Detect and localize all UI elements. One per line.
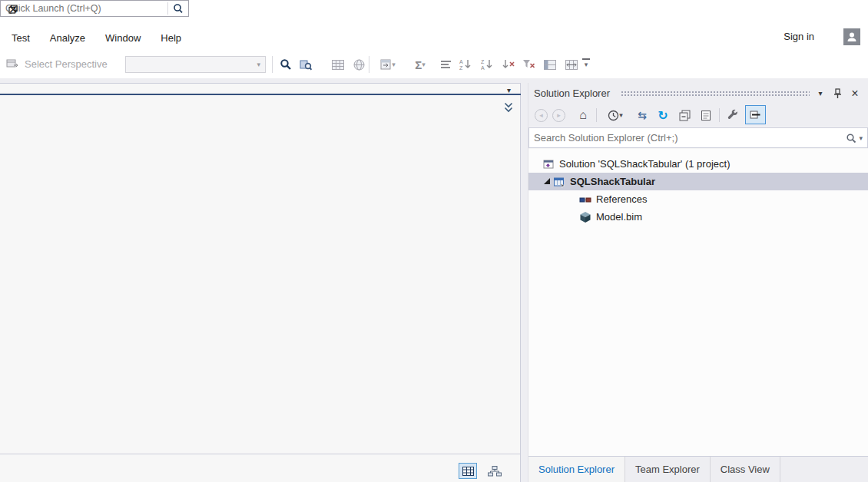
solution-explorer-panel: Solution Explorer ▾ × ◂ ▸ ⌂ [528, 83, 868, 482]
manage-data-button[interactable] [297, 56, 315, 73]
clear-sort-icon [502, 59, 515, 70]
menu-item-test[interactable]: Test [2, 27, 40, 49]
grid-button[interactable] [329, 56, 347, 73]
diagram-view-button[interactable] [484, 463, 505, 479]
tree-row-project[interactable]: SQLShackTabular [528, 173, 868, 190]
model-icon [579, 211, 591, 223]
perspective-icon [6, 59, 18, 70]
show-all-files-icon [701, 110, 711, 121]
chevron-down-icon: ▾ [257, 61, 260, 68]
title-bar: 2 ─ × [0, 0, 868, 25]
pivot-icon [380, 59, 392, 70]
solution-icon [542, 158, 555, 170]
vs-main-window: 2 ─ × Test [0, 0, 868, 482]
search-icon [846, 133, 856, 144]
clear-filters-button[interactable] [519, 56, 538, 73]
tab-solution-explorer[interactable]: Solution Explorer [528, 457, 625, 482]
globe-icon [353, 59, 365, 71]
show-hidden-button[interactable] [350, 56, 368, 73]
tree-item-label: References [596, 193, 647, 205]
select-perspective-label: Select Perspective [25, 58, 108, 70]
menu-item-window[interactable]: Window [95, 27, 151, 49]
svg-text:Z: Z [481, 59, 485, 64]
chevron-down-icon: ▾ [392, 61, 396, 68]
tree-row-model-bim[interactable]: Model.bim [528, 208, 868, 226]
tab-team-explorer[interactable]: Team Explorer [625, 457, 711, 482]
quick-launch-separator [167, 2, 168, 15]
wrench-icon [727, 109, 739, 121]
user-profile-button[interactable] [843, 28, 860, 45]
table-grid-icon [332, 60, 344, 70]
chevron-down-icon: ▾ [422, 61, 426, 68]
main-toolbar: Select Perspective ▾ [0, 51, 868, 78]
quick-launch-box[interactable] [0, 0, 189, 17]
clear-sort-button[interactable] [499, 56, 518, 73]
tree-item-label: Model.bim [596, 211, 642, 223]
project-icon [553, 176, 565, 188]
home-button[interactable]: ⌂ [575, 107, 591, 124]
show-all-files-button[interactable] [697, 107, 714, 124]
scope-history-button[interactable]: ▾ [602, 107, 628, 124]
menu-item-help[interactable]: Help [151, 27, 191, 49]
close-icon: × [851, 87, 858, 101]
editor-bottom-bar [0, 454, 520, 482]
close-button[interactable]: × [0, 0, 26, 18]
toolbar-separator [272, 56, 273, 73]
grid-view-icon [462, 467, 474, 476]
sort-ascending-button[interactable]: AZ [456, 56, 475, 73]
refresh-icon: ↻ [658, 108, 668, 123]
search-icon [171, 3, 186, 14]
tree-row-references[interactable]: References [528, 190, 868, 208]
sign-in-link[interactable]: Sign in [784, 31, 814, 42]
collapse-all-button[interactable] [676, 107, 693, 124]
freeze-icon [544, 60, 556, 70]
refresh-button[interactable]: ↻ [654, 107, 671, 124]
tab-class-view[interactable]: Class View [711, 457, 780, 482]
pin-icon [833, 88, 842, 99]
grid-view-button[interactable] [459, 463, 477, 479]
forward-button[interactable]: ▸ [552, 107, 565, 124]
freeze-column-button[interactable] [541, 56, 559, 73]
perspective-button[interactable] [3, 56, 22, 73]
column-width-icon [565, 60, 578, 70]
home-icon: ⌂ [579, 108, 587, 122]
pivot-button[interactable]: ▾ [375, 56, 401, 73]
double-chevron-down-icon [503, 102, 514, 114]
back-button[interactable]: ◂ [535, 107, 548, 124]
tree-item-label: Solution 'SQLShackTabular' (1 project) [559, 158, 730, 170]
panel-drag-handle[interactable] [621, 91, 810, 97]
chevron-down-icon: ▾ [585, 61, 588, 68]
references-icon [579, 193, 591, 206]
toolbar-overflow-button[interactable]: ▾ [581, 58, 591, 71]
column-width-button[interactable] [562, 56, 581, 73]
toolbar-separator [719, 108, 720, 122]
sync-with-active-document-button[interactable]: ⇆ [634, 107, 651, 124]
format-button[interactable] [436, 56, 455, 73]
perspective-combobox[interactable]: ▾ [125, 56, 266, 73]
clear-filter-icon [522, 59, 535, 70]
solution-explorer-search-box[interactable]: ▾ [528, 127, 868, 148]
pin-button[interactable] [830, 86, 845, 101]
svg-text:A: A [459, 59, 463, 64]
database-search-icon [300, 58, 312, 71]
panel-close-button[interactable]: × [847, 86, 863, 101]
format-lines-icon [440, 60, 452, 70]
search-icon [280, 58, 292, 71]
menu-item-analyze[interactable]: Analyze [40, 27, 95, 49]
menu-bar: Test Analyze Window Help [0, 25, 868, 51]
search-button[interactable] [277, 56, 295, 73]
expander-expanded-icon[interactable] [541, 176, 553, 188]
user-icon [846, 31, 857, 42]
preview-selected-items-button[interactable] [745, 105, 766, 124]
sync-icon: ⇆ [638, 109, 647, 121]
properties-button[interactable] [724, 107, 742, 124]
tree-row-solution[interactable]: Solution 'SQLShackTabular' (1 project) [528, 155, 868, 173]
sort-descending-button[interactable]: ZA [478, 56, 496, 73]
sum-button[interactable]: Σ ▾ [407, 56, 433, 73]
back-icon: ◂ [539, 112, 543, 119]
tree-item-label: SQLShackTabular [570, 176, 655, 187]
window-position-button[interactable]: ▾ [813, 86, 828, 101]
expand-pane-button[interactable] [503, 102, 514, 117]
tool-window-tabs: Solution Explorer Team Explorer Class Vi… [528, 456, 868, 482]
solution-explorer-search-input[interactable] [529, 132, 846, 144]
